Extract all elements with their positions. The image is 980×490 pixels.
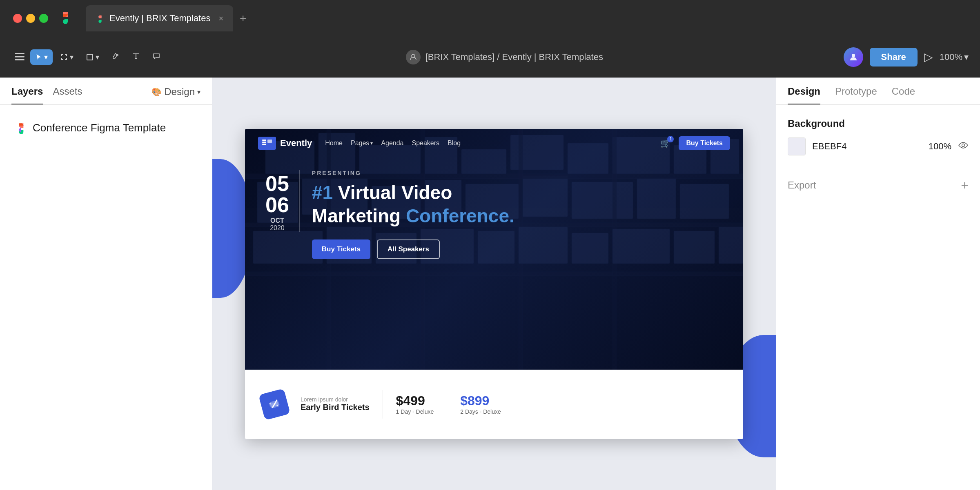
right-sidebar-tabs: Design Prototype Code: [776, 78, 980, 105]
nav-pages[interactable]: Pages ▾: [351, 140, 373, 147]
price1-desc: 1 Day - Deluxe: [396, 408, 434, 415]
layer-item-conference[interactable]: Conference Figma Template: [11, 116, 200, 139]
event-date: 05 06 OCT 2020: [265, 170, 300, 232]
svg-rect-9: [66, 54, 67, 56]
buy-tickets-nav-btn[interactable]: Buy Tickets: [679, 136, 730, 150]
ticket-sublabel: Lorem ipsum dolor: [301, 396, 370, 403]
svg-rect-51: [262, 140, 266, 141]
menu-button[interactable]: [11, 47, 28, 67]
traffic-light-red[interactable]: [13, 14, 22, 23]
date-year: 2020: [270, 224, 285, 232]
svg-rect-36: [245, 272, 743, 276]
right-sidebar: Design Prototype Code Background EBEBF4 …: [776, 78, 980, 490]
figma-app-icon: [58, 9, 76, 27]
background-opacity-value[interactable]: 100%: [922, 141, 951, 152]
svg-rect-54: [267, 140, 272, 143]
price1-value: $499: [396, 393, 434, 408]
tab-close-btn[interactable]: ×: [218, 14, 223, 23]
background-color-value[interactable]: EBEBF4: [812, 141, 915, 152]
price-item-2: $899 2 Days - Deluxe: [460, 393, 501, 415]
traffic-light-green[interactable]: [39, 14, 48, 23]
ticket-label: Early Bird Tickets: [301, 403, 370, 412]
svg-rect-53: [262, 144, 266, 145]
hero-all-speakers-btn[interactable]: All Speakers: [377, 239, 440, 259]
frame-icon: [60, 53, 68, 61]
comment-tool-btn[interactable]: [147, 49, 165, 65]
cart-badge: 1: [667, 136, 674, 142]
price2-desc: 2 Days - Deluxe: [460, 408, 501, 415]
date-day1: 05: [265, 173, 289, 194]
svg-rect-8: [61, 58, 62, 60]
hero-title: #1 Virtual Video Marketing Conference.: [312, 181, 514, 228]
export-add-btn[interactable]: +: [961, 179, 969, 192]
select-tool-btn[interactable]: ▾: [30, 49, 53, 65]
shape-tool-btn[interactable]: ▾: [81, 49, 104, 65]
traffic-light-yellow[interactable]: [26, 14, 35, 23]
play-button[interactable]: ▷: [924, 50, 933, 64]
visibility-toggle[interactable]: [958, 141, 969, 152]
text-tool-btn[interactable]: [127, 49, 145, 65]
pricing-divider-1: [383, 390, 383, 419]
tab-figma-icon: [96, 14, 105, 23]
text-icon: [132, 52, 140, 60]
ticket-info: Lorem ipsum dolor Early Bird Tickets: [301, 396, 370, 412]
collaborator-avatar: [844, 47, 863, 67]
hero-conference-text: Conference.: [406, 205, 514, 226]
hero-content: 05 06 OCT 2020 PRESENTING #1 Virtual Vid…: [245, 157, 743, 271]
share-button[interactable]: Share: [870, 48, 918, 67]
shape-icon: [86, 53, 94, 61]
pen-icon: [111, 52, 120, 60]
design-arrow-icon: ▾: [197, 88, 200, 96]
date-day2: 06: [265, 194, 289, 215]
right-tab-prototype[interactable]: Prototype: [835, 86, 877, 104]
background-color-swatch[interactable]: [788, 137, 806, 155]
site-name: Evently: [280, 138, 312, 149]
right-sidebar-content: Background EBEBF4 100%: [776, 105, 980, 205]
pricing-section: Lorem ipsum dolor Early Bird Tickets $49…: [245, 370, 743, 439]
cart-button[interactable]: 🛒 1: [660, 138, 670, 148]
layer-figma-icon: [15, 121, 28, 134]
site-navbar: Evently Home Pages ▾ Agenda Speakers Blo…: [245, 129, 743, 157]
canvas-area: Evently Home Pages ▾ Agenda Speakers Blo…: [212, 78, 776, 490]
hero-section: Evently Home Pages ▾ Agenda Speakers Blo…: [245, 129, 743, 370]
browser-tab[interactable]: Evently | BRIX Templates ×: [86, 5, 233, 31]
zoom-control[interactable]: 100% ▾: [940, 52, 969, 62]
hero-text-block: PRESENTING #1 Virtual Video Marketing Co…: [312, 170, 514, 259]
svg-rect-0: [15, 53, 24, 54]
background-color-row: EBEBF4 100%: [788, 137, 969, 155]
sidebar-tab-assets[interactable]: Assets: [53, 86, 82, 104]
svg-rect-52: [262, 142, 266, 143]
pricing-divider-2: [447, 390, 447, 419]
site-logo: Evently: [258, 137, 312, 150]
hero-cta-buttons: Buy Tickets All Speakers: [312, 239, 514, 259]
date-month: OCT: [270, 217, 284, 224]
layers-panel: Conference Figma Template: [0, 105, 212, 151]
background-section-label: Background: [788, 118, 969, 129]
zoom-chevron: ▾: [964, 52, 969, 62]
divider-line: [788, 167, 969, 167]
pen-tool-btn[interactable]: [107, 49, 125, 65]
nav-agenda[interactable]: Agenda: [381, 140, 403, 147]
layer-item-label: Conference Figma Template: [33, 122, 166, 134]
nav-home[interactable]: Home: [325, 140, 343, 147]
right-tab-design[interactable]: Design: [788, 86, 820, 104]
design-panel-toggle[interactable]: 🎨 Design ▾: [151, 86, 200, 104]
price2-value: $899: [460, 393, 501, 408]
svg-point-14: [852, 54, 855, 57]
sidebar-tab-layers[interactable]: Layers: [11, 86, 43, 104]
design-label: Design: [164, 86, 195, 98]
zoom-level: 100%: [940, 52, 962, 62]
user-avatar-icon: [406, 50, 421, 64]
design-canvas[interactable]: Evently Home Pages ▾ Agenda Speakers Blo…: [245, 129, 743, 439]
svg-rect-11: [87, 54, 93, 60]
svg-rect-2: [15, 59, 24, 60]
nav-blog[interactable]: Blog: [448, 140, 461, 147]
hero-buy-tickets-btn[interactable]: Buy Tickets: [312, 239, 370, 259]
nav-speakers[interactable]: Speakers: [412, 140, 440, 147]
logo-icon: [258, 137, 276, 150]
svg-rect-10: [66, 58, 67, 60]
frame-tool-btn[interactable]: ▾: [55, 49, 78, 65]
right-tab-code[interactable]: Code: [892, 86, 915, 104]
new-tab-btn[interactable]: +: [240, 12, 246, 25]
export-row: Export +: [788, 179, 969, 192]
